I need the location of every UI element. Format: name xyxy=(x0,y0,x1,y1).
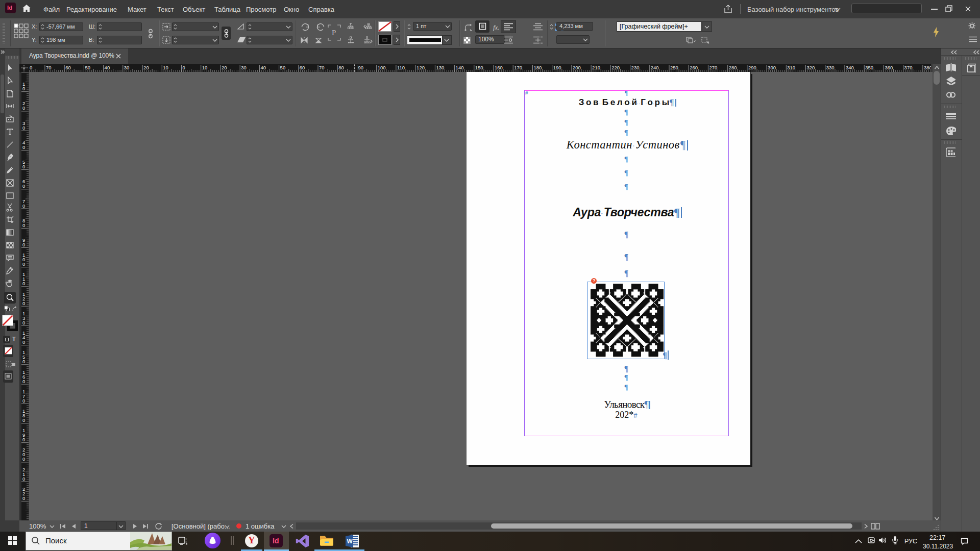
svg-text:0: 0 xyxy=(22,379,25,384)
svg-text:0: 0 xyxy=(22,437,25,442)
svg-text:0: 0 xyxy=(22,125,25,131)
svg-text:170: 170 xyxy=(514,65,522,70)
svg-text:50: 50 xyxy=(85,65,90,70)
svg-text:50: 50 xyxy=(280,65,286,70)
svg-text:0: 0 xyxy=(22,242,25,247)
svg-text:160: 160 xyxy=(495,65,503,70)
svg-text:100: 100 xyxy=(378,65,386,70)
svg-text:130: 130 xyxy=(436,65,444,70)
svg-text:200: 200 xyxy=(573,65,581,70)
svg-text:250: 250 xyxy=(670,65,678,70)
svg-text:0: 0 xyxy=(183,65,185,70)
svg-text:310: 310 xyxy=(787,65,795,70)
svg-text:0: 0 xyxy=(22,164,25,169)
svg-text:270: 270 xyxy=(709,65,717,70)
svg-text:70: 70 xyxy=(46,65,52,70)
svg-text:0: 0 xyxy=(22,456,25,462)
svg-text:60: 60 xyxy=(65,65,71,70)
svg-text:80: 80 xyxy=(338,65,344,70)
svg-text:380: 380 xyxy=(924,65,931,70)
svg-text:140: 140 xyxy=(456,65,464,70)
svg-text:280: 280 xyxy=(729,65,737,70)
svg-text:0: 0 xyxy=(22,105,25,111)
svg-text:330: 330 xyxy=(826,65,835,70)
svg-text:0: 0 xyxy=(22,261,25,267)
svg-text:30: 30 xyxy=(124,65,130,70)
svg-text:150: 150 xyxy=(475,65,483,70)
svg-text:40: 40 xyxy=(105,65,110,70)
svg-text:190: 190 xyxy=(553,65,561,70)
svg-text:W: W xyxy=(347,538,353,545)
svg-text:0: 0 xyxy=(22,281,25,286)
svg-text:0: 0 xyxy=(22,300,25,306)
svg-text:0: 0 xyxy=(22,495,25,501)
svg-text:290: 290 xyxy=(748,65,756,70)
svg-text:0: 0 xyxy=(30,65,32,70)
svg-text:220: 220 xyxy=(611,65,620,70)
svg-text:0: 0 xyxy=(22,476,25,482)
svg-text:370: 370 xyxy=(904,65,913,70)
svg-text:20: 20 xyxy=(143,65,149,70)
svg-text:0: 0 xyxy=(22,222,25,228)
svg-text:0: 0 xyxy=(22,203,25,209)
svg-text:0: 0 xyxy=(22,398,25,404)
svg-text:350: 350 xyxy=(865,65,873,70)
svg-text:70: 70 xyxy=(319,65,325,70)
svg-text:P: P xyxy=(332,29,336,37)
svg-text:0: 0 xyxy=(22,359,25,364)
svg-text:0: 0 xyxy=(22,339,25,345)
svg-text:0: 0 xyxy=(22,417,25,423)
svg-text:0: 0 xyxy=(22,144,25,150)
svg-text:40: 40 xyxy=(260,65,266,70)
svg-text:20: 20 xyxy=(222,65,227,70)
svg-text:90: 90 xyxy=(358,65,364,70)
svg-text:0: 0 xyxy=(22,183,25,189)
svg-text:10: 10 xyxy=(202,65,208,70)
svg-text:230: 230 xyxy=(631,65,640,70)
svg-text:300: 300 xyxy=(768,65,776,70)
svg-text:60: 60 xyxy=(300,65,305,70)
svg-text:120: 120 xyxy=(416,65,425,70)
svg-text:110: 110 xyxy=(397,65,405,70)
svg-text:210: 210 xyxy=(592,65,600,70)
svg-text:360: 360 xyxy=(885,65,893,70)
svg-text:240: 240 xyxy=(651,65,659,70)
svg-text:10: 10 xyxy=(163,65,168,70)
svg-text:340: 340 xyxy=(846,65,854,70)
svg-text:260: 260 xyxy=(690,65,698,70)
svg-text:0: 0 xyxy=(22,320,25,325)
svg-text:180: 180 xyxy=(534,65,542,70)
svg-text:30: 30 xyxy=(241,65,247,70)
svg-text:0: 0 xyxy=(22,86,25,91)
svg-text:320: 320 xyxy=(807,65,815,70)
